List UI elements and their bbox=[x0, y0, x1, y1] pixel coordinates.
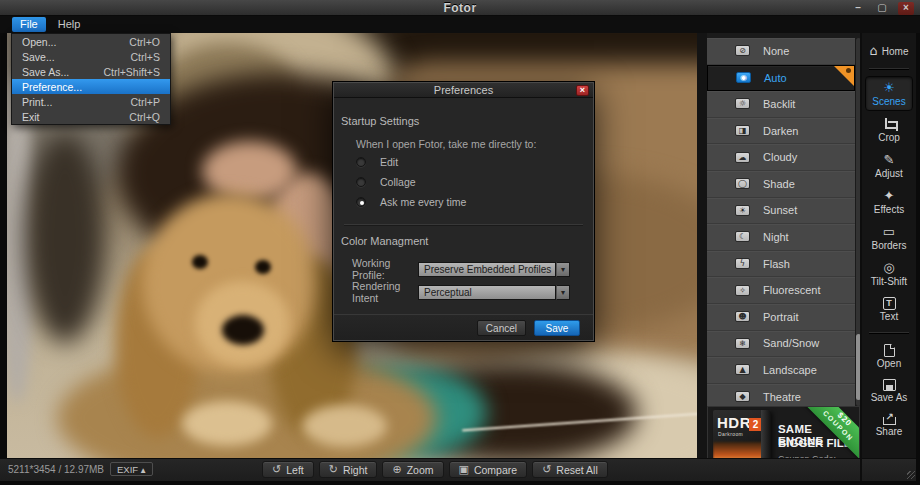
dropdown-value[interactable]: Preserve Embedded Profiles bbox=[418, 262, 556, 277]
minimize-icon[interactable]: – bbox=[850, 2, 866, 15]
dialog-footer: Cancel Save bbox=[334, 314, 593, 340]
scene-item-sunset[interactable]: ☀Sunset bbox=[707, 198, 855, 225]
resize-grip[interactable] bbox=[907, 471, 915, 479]
sidebar-item-adjust[interactable]: ✎Adjust bbox=[865, 149, 913, 182]
scene-item-none[interactable]: ⊘None bbox=[707, 38, 855, 65]
scenes-icon: ☀ bbox=[883, 81, 895, 95]
sidebar-item-scenes[interactable]: ☀Scenes bbox=[865, 76, 913, 111]
scene-label: Backlit bbox=[763, 98, 795, 110]
radio-option-edit[interactable]: Edit bbox=[356, 156, 398, 168]
menu-help[interactable]: Help bbox=[50, 17, 89, 32]
menu-item-exit[interactable]: ExitCtrl+Q bbox=[12, 109, 170, 124]
image-info: 5211*3454 / 12.97MB bbox=[8, 464, 104, 475]
scene-item-flash[interactable]: ϟFlash bbox=[707, 251, 855, 278]
scene-list: ⊘None◉Auto☼Backlit◨Darken☁Cloudy◯Shade☀S… bbox=[707, 38, 855, 410]
field-working-profile: Working Profile:Preserve Embedded Profil… bbox=[352, 257, 570, 281]
sidebar-item-label: Effects bbox=[874, 204, 904, 215]
menu-item-preference[interactable]: Preference... bbox=[12, 79, 170, 94]
sidebar-item-text[interactable]: TText bbox=[865, 293, 913, 325]
radio-icon[interactable] bbox=[356, 157, 366, 167]
scene-item-backlit[interactable]: ☼Backlit bbox=[707, 91, 855, 118]
zoom-button[interactable]: ⊕Zoom bbox=[382, 461, 443, 478]
field-label: Working Profile: bbox=[352, 257, 418, 281]
scene-label: Auto bbox=[764, 72, 787, 84]
sidebar-item-tilt-shift[interactable]: ◎Tilt-Shift bbox=[865, 257, 913, 290]
chevron-down-icon[interactable]: ▾ bbox=[556, 262, 570, 277]
scenes-panel: ⊘None◉Auto☼Backlit◨Darken☁Cloudy◯Shade☀S… bbox=[707, 33, 862, 481]
applied-ribbon bbox=[834, 66, 854, 86]
scene-item-night[interactable]: ☾Night bbox=[707, 224, 855, 251]
compare-button[interactable]: ▣Compare bbox=[449, 461, 528, 478]
radio-option-ask-me-every-time[interactable]: Ask me every time bbox=[356, 196, 466, 208]
portrait-icon: ☻ bbox=[735, 311, 750, 322]
close-icon[interactable]: × bbox=[898, 2, 914, 15]
window-controls: –▢× bbox=[850, 0, 914, 16]
scene-label: Sunset bbox=[763, 204, 797, 216]
menu-item-print[interactable]: Print...Ctrl+P bbox=[12, 94, 170, 109]
radio-option-collage[interactable]: Collage bbox=[356, 176, 416, 188]
menu-bar: FileHelp bbox=[0, 16, 920, 33]
scene-item-landscape[interactable]: ▲Landscape bbox=[707, 357, 855, 384]
crop-icon bbox=[883, 118, 896, 131]
window-frame bbox=[916, 33, 920, 481]
sidebar-item-crop[interactable]: Crop bbox=[865, 114, 913, 146]
dialog-title-bar[interactable]: Preferences × bbox=[334, 83, 593, 98]
dialog-title: Preferences bbox=[434, 84, 493, 96]
dialog-close-icon[interactable]: × bbox=[576, 85, 589, 96]
effects-icon: ✦ bbox=[884, 189, 895, 203]
scene-item-sand-snow[interactable]: ❄Sand/Snow bbox=[707, 331, 855, 358]
dog-eye bbox=[255, 260, 271, 274]
menu-item-save[interactable]: Save...Ctrl+S bbox=[12, 49, 170, 64]
sidebar-item-home[interactable]: ⌂Home bbox=[865, 41, 913, 61]
sidebar-item-label: Scenes bbox=[872, 96, 905, 107]
title-bar[interactable]: Fotor –▢× bbox=[0, 0, 920, 16]
sidebar-item-open[interactable]: Open bbox=[865, 340, 913, 372]
dropdown-value[interactable]: Perceptual bbox=[418, 285, 556, 300]
canvas-toolbar: ↺Left↻Right⊕Zoom▣Compare↺Reset All bbox=[262, 461, 608, 478]
radio-label: Ask me every time bbox=[380, 196, 466, 208]
sidebar-item-effects[interactable]: ✦Effects bbox=[865, 185, 913, 218]
tool-sidebar: ⌂Home☀ScenesCrop✎Adjust✦Effects▭Borders◎… bbox=[862, 33, 916, 481]
scene-item-cloudy[interactable]: ☁Cloudy bbox=[707, 144, 855, 171]
preferences-dialog: Preferences × Startup Settings When I op… bbox=[333, 82, 594, 341]
cancel-button[interactable]: Cancel bbox=[477, 320, 526, 336]
scene-item-shade[interactable]: ◯Shade bbox=[707, 171, 855, 198]
radio-label: Edit bbox=[380, 156, 398, 168]
reset-all-icon: ↺ bbox=[542, 463, 551, 476]
scene-item-auto[interactable]: ◉Auto bbox=[707, 65, 855, 92]
scene-item-portrait[interactable]: ☻Portrait bbox=[707, 304, 855, 331]
scene-item-darken[interactable]: ◨Darken bbox=[707, 118, 855, 145]
sidebar-item-borders[interactable]: ▭Borders bbox=[865, 221, 913, 254]
left-button[interactable]: ↺Left bbox=[262, 461, 314, 478]
photo-blob bbox=[182, 401, 272, 446]
scene-item-fluorescent[interactable]: ✧Fluorescent bbox=[707, 277, 855, 304]
maximize-icon[interactable]: ▢ bbox=[874, 2, 890, 15]
dog-eye bbox=[192, 255, 208, 269]
tool-button-label: Left bbox=[286, 464, 304, 476]
radio-selected-icon[interactable] bbox=[356, 197, 366, 207]
sidebar-item-save-as[interactable]: Save As bbox=[865, 375, 913, 406]
fluorescent-icon: ✧ bbox=[735, 285, 750, 296]
menu-file[interactable]: File bbox=[12, 17, 46, 32]
menu-item-label: Save As... bbox=[22, 66, 69, 78]
save-button[interactable]: Save bbox=[534, 320, 580, 336]
sunset-icon: ☀ bbox=[735, 205, 750, 216]
sidebar-divider bbox=[869, 332, 909, 333]
right-button[interactable]: ↻Right bbox=[319, 461, 378, 478]
radio-icon[interactable] bbox=[356, 177, 366, 187]
exif-button[interactable]: EXIF ▴ bbox=[110, 462, 153, 476]
reset-all-button[interactable]: ↺Reset All bbox=[532, 461, 608, 478]
scene-label: Sand/Snow bbox=[763, 337, 819, 349]
scene-label: None bbox=[763, 45, 789, 57]
none-icon: ⊘ bbox=[735, 45, 750, 56]
scene-label: Cloudy bbox=[763, 151, 797, 163]
scene-label: Portrait bbox=[763, 311, 798, 323]
menu-item-open[interactable]: Open...Ctrl+O bbox=[12, 34, 170, 49]
menu-item-label: Print... bbox=[22, 96, 52, 108]
landscape-icon: ▲ bbox=[735, 364, 750, 375]
sidebar-item-share[interactable]: Share bbox=[865, 409, 913, 440]
chevron-down-icon[interactable]: ▾ bbox=[556, 285, 570, 300]
dog-nose bbox=[222, 315, 264, 345]
menu-item-save-as[interactable]: Save As...Ctrl+Shift+S bbox=[12, 64, 170, 79]
scene-label: Night bbox=[763, 231, 789, 243]
